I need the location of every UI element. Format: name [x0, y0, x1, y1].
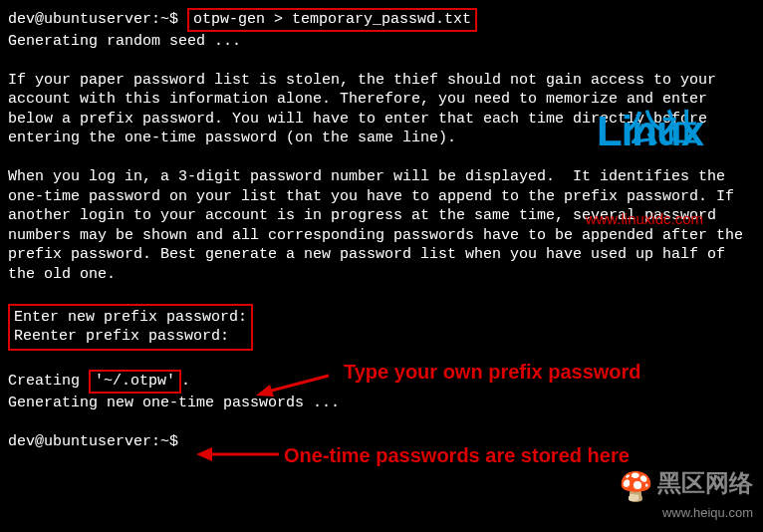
paragraph-2: When you log in, a 3-digit password numb…: [8, 167, 755, 284]
watermark-heiqu-chinese: 黑区网络: [657, 469, 753, 496]
arrow-icon: [194, 444, 284, 464]
annotation-storage-location: One-time passwords are stored here: [284, 442, 630, 468]
command-line: dev@ubuntuserver:~$ otpw-gen > temporary…: [8, 8, 755, 32]
annotation-prefix-password: Type your own prefix password: [344, 359, 641, 385]
seed-line: Generating random seed ...: [8, 32, 755, 52]
svg-marker-3: [196, 447, 212, 461]
mushroom-icon: 🍄: [619, 469, 653, 505]
watermark-heiqu: 🍄黑区网络 www.heiqu.com: [619, 467, 753, 522]
prompt: dev@ubuntuserver:~$: [8, 11, 187, 28]
arrow-icon: [254, 373, 334, 402]
watermark-heiqu-url: www.heiqu.com: [619, 505, 753, 522]
creating-suffix: .: [181, 373, 190, 390]
reenter-line: Reenter prefix password:: [14, 327, 247, 347]
paragraph-1: If your paper password list is stolen, t…: [8, 71, 755, 148]
enter-new-line: Enter new prefix password:: [14, 308, 247, 328]
terminal-output: dev@ubuntuserver:~$ otpw-gen > temporary…: [8, 8, 755, 451]
creating-prefix: Creating: [8, 373, 89, 390]
svg-line-0: [264, 376, 329, 393]
generating-line: Generating new one-time passwords ...: [8, 394, 755, 413]
otpw-path-highlight: '~/.otpw': [89, 370, 181, 394]
prefix-password-prompts: Enter new prefix password: Reenter prefi…: [8, 304, 253, 351]
svg-marker-1: [256, 385, 274, 397]
command-highlight: otpw-gen > temporary_passwd.txt: [187, 8, 477, 32]
